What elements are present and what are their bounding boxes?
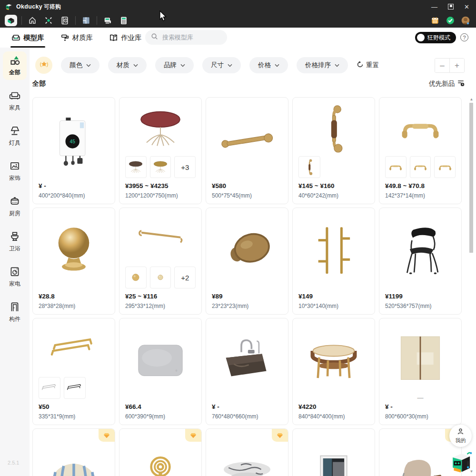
verified-icon[interactable] <box>444 15 456 26</box>
variant-thumb[interactable] <box>39 377 60 399</box>
variant-thumb[interactable] <box>125 156 147 178</box>
content-area: 颜色材质品牌尺寸价格价格排序 重置 – + 全部 优先新品 45¥ -400*2… <box>30 48 476 476</box>
reset-filters-button[interactable]: 重置 <box>357 61 379 69</box>
sidebar-item-pot[interactable]: 厨房 <box>0 188 30 224</box>
filter-pill-label: 颜色 <box>69 61 82 69</box>
sidebar-item-sofa[interactable]: 家具 <box>0 83 30 118</box>
product-image: ® <box>125 323 196 400</box>
variant-more-button[interactable]: +2 <box>174 267 196 288</box>
product-image <box>39 213 109 289</box>
product-card[interactable] <box>206 428 288 476</box>
product-card[interactable]: ¥ -760*480*660(mm) <box>206 318 288 425</box>
scrollbar[interactable]: ▲ ▼ <box>469 97 474 476</box>
variant-thumb[interactable] <box>64 377 86 399</box>
tab-material[interactable]: 材质库 <box>60 28 93 48</box>
sidebar-item-door[interactable]: 构件 <box>0 294 30 329</box>
sofa-icon <box>9 89 21 102</box>
close-button[interactable]: ✕ <box>464 4 469 10</box>
variant-thumb[interactable] <box>298 156 320 178</box>
picture-icon <box>9 160 21 172</box>
filter-pill-label: 材质 <box>117 61 129 69</box>
search-input[interactable] <box>161 33 220 41</box>
home-icon[interactable] <box>26 15 39 26</box>
wild-mode-toggle[interactable]: 狂野模式 <box>415 32 456 43</box>
filter-pill[interactable]: 价格排序 <box>297 57 348 73</box>
calculator-icon[interactable] <box>118 15 130 26</box>
scatter-icon[interactable] <box>42 15 55 26</box>
avatar-icon[interactable] <box>459 15 472 26</box>
variant-thumb[interactable] <box>150 156 171 178</box>
titlebar: Okducky 可搭购 — ✕ <box>0 0 476 13</box>
variant-more-button[interactable]: +3 <box>174 156 196 178</box>
duck-mascot-icon[interactable] <box>448 449 474 475</box>
tab-work[interactable]: 作业库 <box>109 28 142 48</box>
shapes-icon <box>9 54 21 67</box>
filter-pill[interactable]: 价格 <box>249 57 288 73</box>
variant-thumb[interactable] <box>385 156 407 178</box>
product-card[interactable] <box>32 428 115 476</box>
product-card[interactable]: ¥1199520*536*757(mm) <box>379 208 462 315</box>
product-card[interactable] <box>292 428 375 476</box>
product-card[interactable] <box>119 428 202 476</box>
product-card[interactable]: +3¥3955 ~ ¥42351200*1200*750(mm) <box>119 97 202 204</box>
tab-model[interactable]: 模型库 <box>11 28 44 48</box>
sort-button[interactable]: 优先新品 <box>429 79 465 88</box>
sidebar-item-label: 家具 <box>9 104 20 112</box>
maximize-button[interactable] <box>448 4 454 10</box>
sidebar-item-shapes[interactable]: 全部 <box>0 48 30 83</box>
variant-thumb[interactable] <box>125 267 147 288</box>
search-box[interactable] <box>145 30 227 45</box>
product-card[interactable]: 45¥ -400*200*840(mm) <box>32 97 115 204</box>
filter-pill-label: 价格排序 <box>305 61 331 69</box>
product-image <box>298 102 369 155</box>
variant-thumb[interactable] <box>150 267 171 288</box>
product-card[interactable]: ®¥66.4600*390*9(mm) <box>119 318 202 425</box>
box-3d-icon[interactable] <box>5 15 17 26</box>
featured-filter-button[interactable] <box>35 57 52 74</box>
tab-model-icon <box>11 33 20 42</box>
filter-pill[interactable]: 品牌 <box>155 57 194 73</box>
chevron-down-icon <box>86 64 91 67</box>
filter-pill[interactable]: 颜色 <box>61 57 99 73</box>
sidebar-item-toilet[interactable]: 卫浴 <box>0 224 30 259</box>
product-price: ¥ - <box>39 182 109 189</box>
product-image <box>39 323 109 376</box>
product-dimensions: 10*30*140(mm) <box>298 303 369 309</box>
product-card[interactable]: ¥145 ~ ¥16040*60*242(mm) <box>292 97 375 204</box>
product-image <box>298 213 369 289</box>
grid-larger-button[interactable]: + <box>450 59 464 72</box>
product-image <box>298 323 369 400</box>
variant-thumb[interactable] <box>434 156 456 178</box>
my-profile-button[interactable]: 我的 <box>449 425 472 447</box>
help-button[interactable]: ? <box>460 33 468 41</box>
product-price: ¥89 <box>212 293 282 300</box>
grid-smaller-button[interactable]: – <box>435 59 450 72</box>
product-card[interactable]: ¥50335*31*9(mm) <box>32 318 115 425</box>
product-dimensions: 40*60*242(mm) <box>298 192 369 199</box>
my-profile-label: 我的 <box>456 437 466 444</box>
product-card[interactable]: ¥4220840*840*400(mm) <box>292 318 375 425</box>
sidebar-item-picture[interactable]: 家饰 <box>0 153 30 188</box>
product-dimensions: 295*33*12(mm) <box>125 303 196 309</box>
mouse-cursor <box>159 10 167 22</box>
product-card[interactable]: —¥ -800*600*30(mm) <box>379 318 462 425</box>
product-card[interactable]: ¥580500*75*45(mm) <box>206 97 288 204</box>
snapshot-icon[interactable] <box>59 15 71 26</box>
product-card[interactable]: +2¥25 ~ ¥116295*33*12(mm) <box>119 208 202 315</box>
product-card[interactable]: ¥28.828*38*28(mm) <box>32 208 115 315</box>
product-card[interactable]: ¥49.8 ~ ¥70.8142*37*14(mm) <box>379 97 462 204</box>
scroll-up-arrow[interactable]: ▲ <box>469 97 474 102</box>
product-card[interactable]: ¥8923*23*23(mm) <box>206 208 288 315</box>
minimize-button[interactable]: — <box>431 4 437 10</box>
variant-thumb[interactable] <box>410 156 431 178</box>
sidebar-item-lamp[interactable]: 灯具 <box>0 118 30 153</box>
filter-pill[interactable]: 尺寸 <box>202 57 241 73</box>
filter-pill[interactable]: 材质 <box>108 57 147 73</box>
floorplan-icon[interactable] <box>80 15 92 26</box>
product-card[interactable]: ¥14910*30*140(mm) <box>292 208 375 315</box>
sidebar-item-washer[interactable]: 家电 <box>0 259 30 294</box>
cart-icon[interactable] <box>101 15 114 26</box>
calendar-icon[interactable] <box>429 15 441 26</box>
scroll-thumb[interactable] <box>469 103 473 253</box>
product-price: ¥ - <box>385 403 456 410</box>
